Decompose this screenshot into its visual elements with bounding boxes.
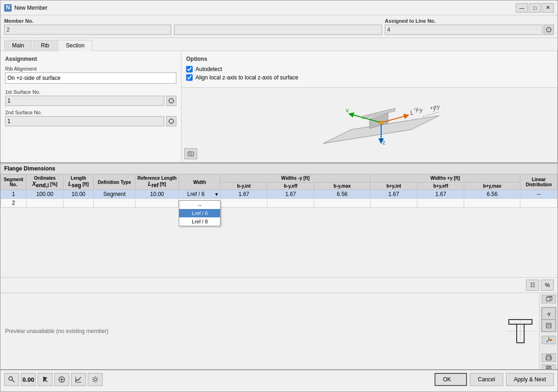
cancel-button[interactable]: Cancel <box>470 373 503 386</box>
surface2-input[interactable]: 1 <box>5 116 164 126</box>
view-options-btn[interactable] <box>542 320 556 332</box>
assigned-input[interactable]: 4 <box>385 25 543 35</box>
svg-text:v: v <box>346 107 349 114</box>
assigned-target-btn[interactable] <box>544 25 554 35</box>
select-tool-btn[interactable] <box>38 373 52 386</box>
surface2-field: 1 <box>5 116 176 126</box>
width-dropdown-popup[interactable]: -- Lref / 6 Lref / 8 <box>179 200 221 226</box>
decimal-tool-btn[interactable]: 0.00 <box>21 373 36 386</box>
table-icon-btn-2[interactable]: % <box>541 280 554 291</box>
option-lref6[interactable]: Lref / 6 <box>179 209 220 217</box>
cell-length[interactable]: 10.00 <box>64 190 94 199</box>
flange-section: Flange Dimensions SegmentNo. OrdinatesXe… <box>0 163 558 293</box>
middle-group <box>174 18 382 35</box>
surface1-input[interactable]: 1 <box>5 96 164 106</box>
cell-ordinates[interactable]: 100.00 <box>26 190 64 199</box>
cell-ref-length[interactable]: 10.00 <box>136 190 179 199</box>
cell-by-max-2 <box>314 199 370 208</box>
svg-line-61 <box>12 380 14 382</box>
bottom-left-tools: 0.00 <box>4 373 103 386</box>
member-no-group: Member No. 2 <box>4 18 171 35</box>
member-no-input[interactable]: 2 <box>4 25 171 35</box>
screenshot-btn[interactable] <box>184 148 197 159</box>
window-title: New Member <box>14 5 516 11</box>
svg-rect-34 <box>189 151 191 152</box>
table-icon-btn-1[interactable]: ☷ <box>526 280 539 291</box>
col-by-int: b-y,int <box>221 182 267 190</box>
main-content: Assignment Rib Alignment On +z-side of s… <box>0 51 558 163</box>
tab-bar: Main Rib Section <box>0 38 558 51</box>
print-btn[interactable] <box>542 353 556 362</box>
svg-rect-39 <box>546 297 550 301</box>
tab-rib[interactable]: Rib <box>33 40 57 51</box>
preview-unavailable-text: Preview unavailable (no existing member) <box>5 328 109 334</box>
option-dash[interactable]: -- <box>179 201 220 209</box>
width-dropdown-arrow[interactable]: ▼ <box>213 192 221 197</box>
settings-tool-btn[interactable] <box>88 373 103 386</box>
cell-length-2[interactable] <box>64 199 94 208</box>
graph-tool-btn[interactable] <box>71 373 86 386</box>
tab-section[interactable]: Section <box>58 40 92 51</box>
assigned-group: Assigned to Line No. 4 <box>385 18 554 35</box>
col-linear-dist: LinearDistribution <box>520 175 558 190</box>
cell-ordinates-2[interactable] <box>26 199 64 208</box>
col-by-max: b-y,max <box>314 182 370 190</box>
table-toolbar: ☷ % <box>0 277 558 293</box>
search-tool-btn[interactable] <box>4 373 19 386</box>
apply-next-button[interactable]: Apply & Next <box>506 373 554 386</box>
preview-main: Preview unavailable (no existing member) <box>0 293 502 369</box>
cell-bpy-max: 6.56 <box>464 190 520 199</box>
maximize-button[interactable]: □ <box>529 3 541 13</box>
svg-point-53 <box>550 357 551 358</box>
main-window: N New Member — □ ✕ Member No. 2 Assigned… <box>0 0 558 392</box>
cell-by-eff-2 <box>267 199 314 208</box>
ok-button[interactable]: OK <box>435 373 467 386</box>
cell-by-max: 6.56 <box>314 190 370 199</box>
cell-segment-no: 1 <box>1 190 26 199</box>
close-button[interactable]: ✕ <box>542 3 554 13</box>
section-preview-svg <box>506 317 534 345</box>
svg-text:+y: +y <box>434 104 440 110</box>
diagram-panel: L -y +y z v <box>182 88 557 162</box>
autodetect-checkbox[interactable] <box>186 66 193 72</box>
assignment-panel: Assignment Rib Alignment On +z-side of s… <box>0 51 182 162</box>
header-row: Member No. 2 Assigned to Line No. 4 <box>0 15 558 38</box>
rib-alignment-select[interactable]: On +z-side of surface On -z-side of surf… <box>5 72 176 84</box>
middle-label <box>174 18 382 24</box>
cell-def-type[interactable]: Segment <box>94 190 136 199</box>
option-lref8[interactable]: Lref / 8 <box>179 217 220 226</box>
col-bpy-int: b+y,int <box>370 182 417 190</box>
col-ref-length: Reference LengthLref [ft] <box>136 175 179 190</box>
cell-width[interactable]: Lref / 6 ▼ -- Lref / 6 Lref / 8 <box>179 190 221 199</box>
surface1-target-btn[interactable] <box>166 96 176 106</box>
minimize-button[interactable]: — <box>516 3 528 13</box>
align-z-label: Align local z-axis to local z-axis of su… <box>195 74 298 81</box>
options-title: Options <box>186 56 552 62</box>
cell-by-int-2 <box>221 199 267 208</box>
settings-btn[interactable] <box>542 365 556 369</box>
middle-input[interactable] <box>174 25 382 35</box>
svg-text:-y: -y <box>414 106 418 112</box>
table-row: 1 100.00 10.00 Segment 10.00 Lref / 6 ▼ <box>1 190 558 199</box>
cell-ref-length-2[interactable] <box>136 199 179 208</box>
svg-point-60 <box>9 377 13 380</box>
col-widths-pos-y: Widths +y [ft] <box>370 175 520 183</box>
surface2-target-btn[interactable] <box>166 116 176 126</box>
target-tool-btn[interactable] <box>54 373 69 386</box>
svg-point-64 <box>61 379 63 380</box>
view-y-btn[interactable]: -y <box>542 307 556 320</box>
rib-alignment-dropdown[interactable]: On +z-side of surface On -z-side of surf… <box>5 72 176 84</box>
title-bar: N New Member — □ ✕ <box>0 0 558 15</box>
col-def-type: Definition Type <box>94 175 136 190</box>
view-btn-3d[interactable] <box>542 295 556 303</box>
view-axes-btn[interactable] <box>542 336 556 344</box>
tab-main[interactable]: Main <box>4 40 32 51</box>
svg-rect-52 <box>547 358 551 360</box>
svg-marker-62 <box>43 377 47 382</box>
col-length: LengthLseg [ft] <box>64 175 94 190</box>
cell-def-type-2[interactable] <box>94 199 136 208</box>
col-segment-no: SegmentNo. <box>1 175 26 190</box>
assignment-title: Assignment <box>5 56 176 62</box>
align-z-checkbox[interactable] <box>186 74 193 81</box>
flange-title: Flange Dimensions <box>0 163 558 174</box>
